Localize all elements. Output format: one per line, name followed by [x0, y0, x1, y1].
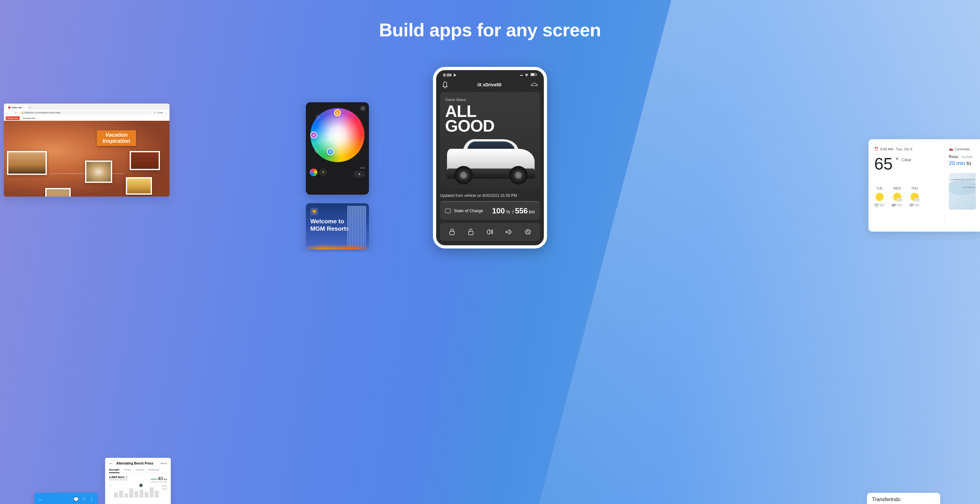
browser-toolbar: ← → ⟳ 🔒 flutterfolio.com/vacation-travel…	[4, 110, 170, 116]
status-card: Check Status ALL GOOD	[440, 92, 490, 189]
browser-window: flutter folio × + ← → ⟳ 🔒 flutterfolio.c…	[4, 103, 170, 197]
photo-thumb[interactable]	[45, 188, 71, 197]
lock-icon: 🔒	[21, 111, 24, 114]
car-image	[445, 137, 490, 184]
sun-preset[interactable]: ☀	[319, 169, 327, 176]
tab-title: flutter folio	[12, 107, 22, 109]
photo-thumb[interactable]	[126, 177, 152, 195]
new-tab-icon[interactable]: +	[29, 105, 32, 110]
browser-content: Vacation Inspiration	[4, 121, 170, 197]
color-wheel[interactable]: ⊇ ⊇ ⊇	[310, 108, 364, 162]
check-status-label[interactable]: Check Status	[445, 98, 466, 102]
menu-icon[interactable]: ⋮	[165, 111, 167, 114]
url-text: flutterfolio.com/vacation-travel-maps	[24, 111, 60, 114]
guest-profile[interactable]: Guest	[153, 111, 163, 114]
phone-device: 8:09 ➤ ▪▪ iX xDrive50 Check Status ALL G…	[433, 67, 490, 248]
reload-icon[interactable]: ⟳	[15, 111, 17, 114]
headlights-icon[interactable]	[485, 227, 490, 236]
color-marker[interactable]	[315, 149, 318, 153]
vacation-banner: Vacation Inspiration	[97, 130, 136, 146]
trip-chips: Arizona Trip Indonesia Trip	[4, 116, 170, 121]
color-marker[interactable]	[316, 115, 319, 118]
phone-header: iX xDrive50	[436, 79, 490, 92]
tab-close-icon[interactable]: ×	[23, 106, 25, 109]
url-input[interactable]: 🔒 flutterfolio.com/vacation-travel-maps	[19, 111, 151, 114]
brightness-pct: 47%	[360, 167, 365, 170]
charge-row[interactable]: State of Charge 100 % / 556 km	[440, 201, 490, 220]
status-big-text: ALL GOOD	[445, 104, 490, 134]
lock-icon[interactable]	[448, 227, 457, 236]
location-icon: ➤	[453, 73, 457, 78]
battery-icon	[445, 209, 451, 213]
svg-rect-4	[469, 231, 473, 235]
chip-indonesia[interactable]: Indonesia Trip	[21, 116, 37, 120]
vehicle-title: iX xDrive50	[477, 82, 490, 87]
profile-icon	[153, 111, 156, 114]
updated-text: Updated from vehicle on 9/20/2021 01:59 …	[440, 193, 490, 198]
tab-favicon	[8, 107, 11, 109]
close-icon[interactable]: ✕	[360, 105, 366, 111]
color-picker-card: ✕ ⊇ ⊇ ⊇ ☀ 47% ☀	[306, 102, 369, 195]
svg-rect-3	[450, 231, 454, 235]
charge-label: State of Charge	[454, 208, 483, 213]
browser-tab[interactable]: flutter folio ×	[6, 105, 27, 110]
color-handle-blue[interactable]: ⊇	[327, 148, 334, 155]
back-icon[interactable]: ←	[6, 111, 8, 114]
photo-thumb[interactable]	[85, 161, 112, 183]
headline: Build apps for any screen	[379, 19, 490, 40]
browser-tabbar: flutter folio × +	[4, 103, 170, 110]
forward-icon[interactable]: →	[10, 111, 13, 114]
brightness-toggle[interactable]: ☀	[354, 171, 365, 178]
unlock-icon[interactable]	[466, 227, 475, 236]
bell-icon[interactable]	[442, 81, 448, 88]
color-handle-orange[interactable]: ⊇	[334, 109, 341, 116]
guest-label: Guest	[157, 111, 163, 114]
photo-thumb[interactable]	[130, 151, 160, 170]
action-row	[440, 223, 490, 241]
color-handle-purple[interactable]: ⊇	[310, 132, 317, 138]
photo-thumb[interactable]	[7, 151, 47, 175]
mgm-logo-icon: 🦁	[310, 208, 318, 215]
status-time: 8:09	[443, 73, 452, 78]
rainbow-preset[interactable]	[310, 169, 317, 176]
chip-arizona[interactable]: Arizona Trip	[6, 116, 20, 120]
mgm-card[interactable]: 🦁 Welcome to MGM Resorts	[306, 203, 369, 250]
phone-statusbar: 8:09 ➤ ▪▪	[436, 70, 490, 79]
